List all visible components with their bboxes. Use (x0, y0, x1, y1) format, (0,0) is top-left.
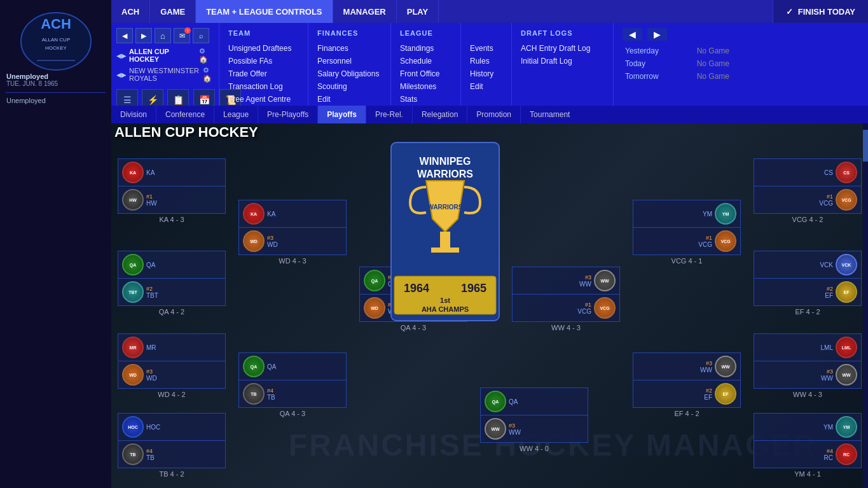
league-item-4[interactable]: Stats (400, 93, 451, 106)
team-menu-item-1[interactable]: Possible FAs (228, 55, 299, 67)
finances-item-3[interactable]: Scouting (317, 80, 382, 93)
schedule-prev-btn[interactable]: ◀ (623, 28, 642, 41)
events-item-0[interactable]: Events (470, 42, 502, 55)
schedule-next-btn[interactable]: ▶ (647, 28, 667, 41)
svg-text:1964: 1964 (404, 282, 429, 295)
tab-relegation[interactable]: Relegation (413, 106, 467, 123)
svg-text:AHA CHAMPS: AHA CHAMPS (422, 305, 469, 313)
user-status: Unemployed (6, 73, 105, 80)
scrollbar-track (863, 123, 868, 488)
match-ka-hw: KA KA HW #1 HW KA 4 - 3 (118, 158, 226, 223)
finances-menu-title: FINANCES (317, 29, 382, 37)
nav-mail-btn[interactable]: ✉! (174, 28, 190, 43)
svg-text:ALLAN CUP: ALLAN CUP (41, 37, 69, 43)
match-qa-ww-final: QA QA WW #3 WW WW 4 - 0 (480, 387, 588, 452)
league-menu-title: LEAGUE (400, 29, 451, 37)
match-cs-vcg: CS CS #1 VCG VCG VCG 4 - 2 (754, 158, 862, 223)
svg-text:1st: 1st (440, 296, 450, 304)
match-vck-ef: VCK VCK #2 EF EF EF 4 - 2 (754, 251, 862, 316)
match-ka-wd-r2: KA KA WD #3 WD WD 4 - 3 (238, 200, 347, 265)
match-hoc-tb: HOC HOC TB #4 TB TB 4 - 2 (118, 413, 226, 478)
user-team: Unemployed (0, 95, 111, 106)
team-menu-item-0[interactable]: Unsigned Draftees (228, 42, 299, 55)
match-lml-ww: LML LML #3 WW WW WW 4 - 3 (754, 333, 862, 398)
svg-text:WARRIORS: WARRIORS (417, 169, 473, 179)
match-ym-rc: YM YM #4 RC RC YM 4 - 1 (754, 413, 862, 478)
allen-cup-link[interactable]: ALLEN CUP HOCKEY (129, 48, 196, 63)
new-west-link[interactable]: NEW WESTMINSTER ROYALS (129, 67, 200, 82)
tab-league[interactable]: League (214, 106, 258, 123)
nav-manager[interactable]: MANAGER (333, 0, 397, 23)
draft-logs-title: DRAFT LOGS (521, 29, 604, 37)
nav-search-btn[interactable]: ⌕ (193, 28, 209, 43)
svg-text:ACH: ACH (41, 16, 71, 32)
finances-item-2[interactable]: Salary Obligations (317, 67, 382, 80)
match-mr-wd: MR MR WD #3 WD WD 4 - 2 (118, 333, 226, 398)
events-item-1[interactable]: Rules (470, 55, 502, 67)
finish-today-button[interactable]: ✓ FINISH TODAY (773, 0, 868, 23)
checkmark-icon: ✓ (786, 7, 793, 17)
svg-text:1965: 1965 (461, 282, 486, 295)
league-item-1[interactable]: Schedule (400, 55, 451, 67)
finances-item-4[interactable]: Edit (317, 93, 382, 106)
schedule-today-label: Today (625, 59, 645, 68)
match-qa-tbt: QA QA TBT #2 TBT QA 4 - 2 (118, 251, 226, 316)
match-qa-tb-r2: QA QA TB #4 TB QA 4 - 3 (238, 352, 347, 417)
nav-game[interactable]: GAME (150, 0, 196, 23)
tab-playoffs[interactable]: Playoffs (318, 106, 366, 123)
tab-conference[interactable]: Conference (156, 106, 214, 123)
nav-ach[interactable]: ACH (111, 0, 150, 23)
finances-item-1[interactable]: Personnel (317, 55, 382, 67)
svg-text:WINNIPEG: WINNIPEG (420, 156, 471, 167)
nav-home-btn[interactable]: ⌂ (155, 28, 171, 43)
schedule-tomorrow-label: Tomorrow (625, 72, 659, 81)
tab-tournament[interactable]: Tournament (521, 106, 579, 123)
svg-rect-9 (431, 247, 459, 253)
champion-trophy: WINNIPEG WARRIORS WARRIORS 1964 1965 1st… (385, 136, 506, 329)
events-item-3[interactable]: Edit (470, 80, 502, 93)
team-menu-item-2[interactable]: Trade Offer (228, 67, 299, 80)
schedule-tomorrow-value: No Game (697, 72, 729, 81)
team-menu-title: TEAM (228, 29, 299, 37)
schedule-today-value: No Game (697, 59, 729, 68)
tab-division[interactable]: Division (111, 106, 156, 123)
ach-logo: ACH ALLAN CUP HOCKEY (15, 6, 97, 76)
user-date: TUE. JUN. 8 1965 (6, 80, 105, 87)
events-menu-title (470, 29, 502, 37)
nav-forward-btn[interactable]: ▶ (135, 28, 152, 43)
nav-team-league[interactable]: TEAM + LEAGUE CONTROLS (196, 0, 333, 23)
svg-rect-8 (440, 232, 450, 247)
team-menu-item-4[interactable]: Free Agent Centre (228, 93, 299, 106)
league-item-2[interactable]: Front Office (400, 67, 451, 80)
tab-promotion[interactable]: Promotion (467, 106, 521, 123)
match-ww-ef-r2: #3 WW WW #2 EF EF EF 4 - 2 (633, 352, 741, 417)
match-ym-vcg-r2: YM YM #1 VCG VCG VCG 4 - 1 (633, 200, 741, 265)
draft-log-item-0[interactable]: ACH Entry Draft Log (521, 42, 604, 55)
tab-pre-playoffs[interactable]: Pre-Playoffs (258, 106, 318, 123)
draft-log-item-1[interactable]: Initial Draft Log (521, 55, 604, 67)
svg-text:WARRIORS: WARRIORS (428, 204, 463, 211)
scrollbar-thumb[interactable] (863, 130, 868, 162)
league-item-0[interactable]: Standings (400, 42, 451, 55)
events-item-2[interactable]: History (470, 67, 502, 80)
league-item-3[interactable]: Milestones (400, 80, 451, 93)
page-title: ALLEN CUP HOCKEY (114, 124, 258, 141)
nav-play[interactable]: PLAY (397, 0, 439, 23)
match-ww-vcg-conf: #3 WW WW #1 VCG VCG WW 4 - 3 (512, 267, 620, 331)
schedule-yesterday-label: Yesterday (625, 46, 659, 55)
finances-item-0[interactable]: Finances (317, 42, 382, 55)
nav-back-btn[interactable]: ◀ (116, 28, 133, 43)
team-menu-item-3[interactable]: Transaction Log (228, 80, 299, 93)
schedule-yesterday-value: No Game (697, 46, 729, 55)
svg-text:HOCKEY: HOCKEY (45, 45, 67, 51)
tab-pre-rel[interactable]: Pre-Rel. (366, 106, 413, 123)
